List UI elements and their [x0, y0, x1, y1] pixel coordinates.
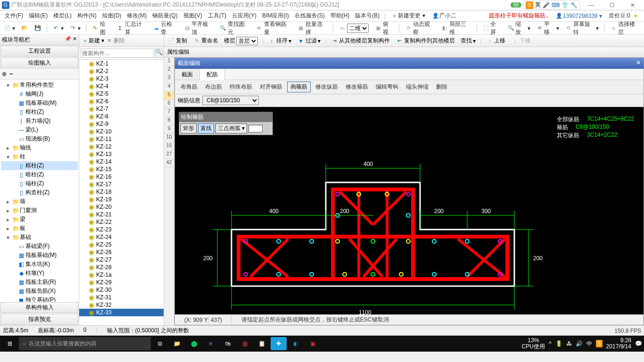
draw-arc[interactable]: 三点画弧 ▾ [215, 123, 247, 133]
tb-sum[interactable]: Σ汇总计算 [115, 19, 149, 37]
component-item[interactable]: ◉KZ-12 [79, 143, 164, 150]
tb2-sort[interactable]: ↕排序 ▾ [266, 36, 293, 45]
menu-视图(V)[interactable]: 视图(V) [181, 11, 205, 20]
panel-close-icon[interactable]: ✕ [636, 59, 641, 67]
tray-ime-icon[interactable]: 中 [586, 340, 592, 348]
component-item[interactable]: ◉KZ-24 [79, 233, 164, 241]
tree-item[interactable]: ▯暗柱(Z) [1, 170, 78, 179]
tb-app-9[interactable]: ▣ [305, 337, 321, 350]
system-tray[interactable]: 13%CPU使用 ^ 🔋 🖧 🔊 中 S 9:282017/9/14 💬 [522, 337, 642, 350]
tray-network-icon[interactable]: 🖧 [566, 340, 572, 347]
menu-工具(T)[interactable]: 工具(T) [205, 11, 229, 20]
tree-item[interactable]: ◆柱墩(Y) [1, 269, 78, 278]
menu-文件(F)[interactable]: 文件(F) [2, 11, 26, 20]
component-item[interactable]: ◉KZ-14 [79, 158, 164, 165]
component-item[interactable]: ◉KZ-2 [79, 67, 164, 75]
sub-2[interactable]: 特殊布筋 [227, 82, 255, 92]
taskbar-search[interactable]: ○ 在这里输入你要搜索的内容 [19, 337, 151, 350]
mode-line-icon[interactable]: ┉ [9, 71, 13, 77]
tb-selfloor[interactable]: ≡选择楼层 [608, 19, 642, 37]
tb2-copy[interactable]: 📄复制 [166, 36, 189, 45]
tree-item[interactable]: #轴网(J) [1, 90, 78, 99]
component-item[interactable]: ◉KZ-9 [79, 120, 164, 128]
tb2-filter[interactable]: ▼过滤 ▾ [296, 36, 322, 45]
tb-pan[interactable]: ✥平移 ▾ [534, 19, 561, 37]
tb-app-3[interactable]: e [203, 337, 219, 350]
tb-flat[interactable]: ▤平齐板顶 [182, 19, 216, 37]
menu-帮助(H)[interactable]: 帮助(H) [328, 11, 353, 20]
tb-undo[interactable]: ↶▾ [50, 24, 66, 33]
tb-rot[interactable]: ⟲屏幕旋转 ▾ [563, 19, 601, 37]
notification-badge[interactable]: 68 [511, 2, 521, 8]
tree-item[interactable]: ▾📁柱 [1, 152, 78, 161]
tb2-up[interactable]: ↑上移 [484, 36, 507, 45]
tb2-del[interactable]: ✕ 删除 [107, 37, 124, 45]
tree-item[interactable]: —梁(L) [1, 125, 78, 134]
tb2-copyto[interactable]: ⇤复制构件到其他楼层 [394, 36, 456, 45]
tray-notifications-icon[interactable]: 💬 [635, 340, 642, 347]
close-button[interactable]: ✕ [623, 2, 642, 8]
component-item[interactable]: ◉KZ-17 [79, 181, 164, 188]
component-search-button[interactable]: 🔍 [155, 49, 163, 58]
sub-9[interactable]: 删除 [433, 82, 450, 92]
component-item[interactable]: ◉KZ-10 [79, 128, 164, 135]
component-item[interactable]: ◉KZ-5 [79, 90, 164, 98]
tab-rebar[interactable]: 配筋 [200, 69, 225, 80]
ime-skin-icon[interactable]: 👕 [561, 2, 569, 8]
tb-app-7[interactable]: ✚ [271, 337, 287, 350]
component-item[interactable]: ◉KZ-6 [79, 98, 164, 105]
sub-5[interactable]: 修改纵筋 [313, 82, 341, 92]
tree-item[interactable]: ▯端柱(Z) [1, 179, 78, 188]
maximize-button[interactable]: ☐ [603, 2, 621, 8]
tb2-down[interactable]: ↓下移 [510, 36, 532, 45]
nav-tab-single[interactable]: 单构件输入 [0, 302, 78, 313]
tb2-new[interactable]: ＋新建 ▾ [81, 37, 104, 45]
tb-find[interactable]: 🔍查找图元 [217, 19, 252, 37]
tb-open[interactable]: 📂 [19, 24, 30, 33]
tb-full[interactable]: ⛶全屏 [480, 19, 504, 37]
component-item[interactable]: ◉KZ-31 [79, 294, 164, 301]
tree-item[interactable]: ▸📁门窗洞 [1, 206, 78, 215]
component-item[interactable]: ◉KZ-20 [79, 203, 164, 211]
sub-3[interactable]: 对齐钢筋 [257, 82, 285, 92]
component-item[interactable]: ◉KZ-27 [79, 256, 164, 263]
tray-clock[interactable]: 9:282017/9/14 [606, 337, 631, 350]
menu-修改(M)[interactable]: 修改(M) [124, 11, 149, 20]
component-list[interactable]: ◉KZ-1◉KZ-2◉KZ-3◉KZ-4◉KZ-5◉KZ-6◉KZ-7◉KZ-8… [79, 60, 164, 325]
dim-select[interactable]: 二维 [347, 24, 369, 33]
tb-app-5[interactable]: ▦ [237, 337, 253, 350]
menu-在线服务(S)[interactable]: 在线服务(S) [292, 11, 328, 20]
sub-1[interactable]: 布边筋 [202, 82, 225, 92]
component-item[interactable]: ◉KZ-1 [79, 60, 164, 67]
component-item[interactable]: ◉KZ-19 [79, 196, 164, 203]
tree-item[interactable]: ▯构造柱(Z) [1, 188, 78, 197]
component-item[interactable]: ◉KZ-23 [79, 226, 164, 233]
nav-tab-project[interactable]: 工程设置 [0, 46, 78, 57]
component-item[interactable]: ◉KZ-18 [79, 188, 164, 196]
mode-add-icon[interactable]: ⊕ [2, 71, 7, 77]
tree-item[interactable]: ▸📁板 [1, 224, 78, 233]
sub-0[interactable]: 布角筋 [178, 82, 200, 92]
tb-dyn[interactable]: ⟳动态观察 [403, 19, 437, 37]
draw-rect[interactable]: 矩形 [181, 123, 197, 133]
component-item[interactable]: ◉KZ-11 [79, 135, 164, 143]
nav-tab-draw[interactable]: 绘图输入 [0, 58, 78, 68]
draw-color-swatch[interactable] [248, 125, 263, 132]
sub-7[interactable]: 编辑弯钩 [373, 82, 401, 92]
tree-item[interactable]: ◼独立基础(P) [1, 296, 78, 302]
component-item[interactable]: ◉KZ-21 [79, 211, 164, 218]
tree-item[interactable]: ▦筏板基础(M) [1, 99, 78, 107]
windows-taskbar[interactable]: ⊞ ○ 在这里输入你要搜索的内容 ⧉ 📁 ⬤ e 🛍 ▦ 📋 ✚ ◐ ▣ 13%… [0, 336, 644, 352]
tb-app-6[interactable]: 📋 [254, 337, 270, 350]
draw-stirrup-box[interactable]: 绘制箍筋 矩形 直线 三点画弧 ▾ [179, 112, 273, 135]
tree-item[interactable]: ▭基础梁(F) [1, 242, 78, 251]
tb-app-4[interactable]: 🛍 [220, 337, 236, 350]
pin-icon[interactable]: 📌 ✕ [65, 36, 77, 44]
component-item[interactable]: ◉KZ-33 [79, 309, 164, 316]
menu-构件(N)[interactable]: 构件(N) [74, 11, 99, 20]
component-search-input[interactable] [81, 49, 154, 58]
tb-local3d[interactable]: ◧局部三维 [439, 19, 473, 37]
nav-tab-report[interactable]: 报表预览 [0, 314, 78, 325]
ime-tool-icon[interactable]: 🔧 [570, 2, 578, 8]
tb-cloud[interactable]: ☁云检查 [151, 19, 180, 37]
